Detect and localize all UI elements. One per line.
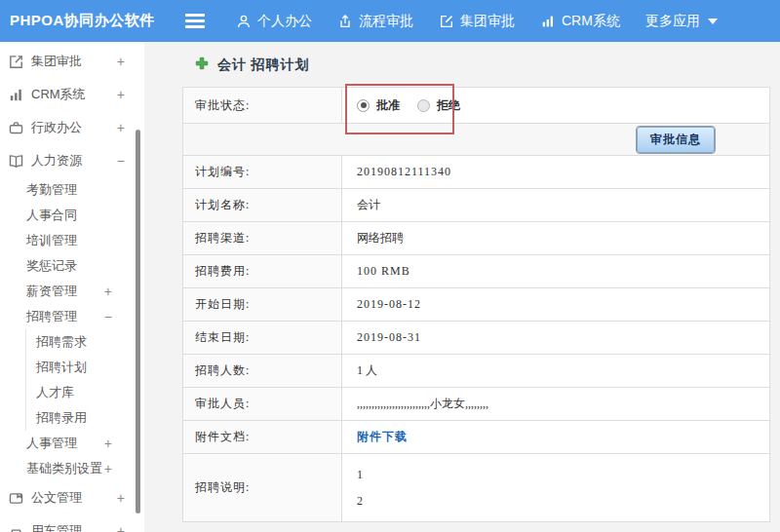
car-icon (8, 523, 24, 532)
row-value: 会计 (342, 189, 769, 221)
hamburger-menu-icon[interactable] (185, 14, 205, 28)
sidebar-item-group-approval[interactable]: 集团审批 + (0, 45, 144, 78)
sidebar-item-human-resources[interactable]: 人力资源 − (0, 144, 144, 177)
radio-approve[interactable]: 批准 (357, 97, 400, 114)
expand-plus-icon[interactable]: + (104, 461, 112, 476)
row-label: 招聘说明: (183, 454, 342, 521)
sidebar-item-attendance[interactable]: 考勤管理 (0, 177, 144, 203)
briefcase-icon (8, 120, 24, 136)
expand-plus-icon[interactable]: + (117, 120, 125, 135)
sidebar-label: 招聘需求 (36, 333, 87, 351)
recruit-submenu: 招聘需求 招聘计划 人才库 招聘录用 (25, 329, 144, 431)
flow-icon (337, 14, 353, 29)
row-value: 2019-08-12 (342, 288, 769, 321)
edit-icon (8, 54, 24, 70)
bar-chart-icon (8, 87, 24, 103)
sidebar-item-rewards[interactable]: 奖惩记录 (0, 253, 144, 279)
radio-button-icon[interactable] (417, 99, 430, 112)
sidebar-item-crm[interactable]: CRM系统 + (0, 78, 144, 111)
description-line: 2 (357, 494, 363, 509)
row-value: 20190812111340 (342, 156, 769, 188)
nav-group-approval[interactable]: 集团审批 (439, 13, 515, 30)
edit-icon (439, 14, 454, 29)
add-plus-icon[interactable] (195, 57, 209, 74)
collapse-minus-icon[interactable]: − (117, 153, 125, 169)
sidebar: 集团审批 + CRM系统 + 行政办公 + 人力资源 − 考勤管理 人事合同 培… (0, 42, 144, 532)
expand-plus-icon[interactable]: + (104, 284, 112, 299)
row-value: 2019-08-31 (342, 322, 769, 354)
detail-table: 审批状态: 批准 拒绝 审批信息 (182, 87, 770, 522)
sidebar-item-base-category[interactable]: 基础类别设置 + (0, 456, 144, 481)
sidebar-item-recruit-demand[interactable]: 招聘需求 (26, 329, 144, 355)
sidebar-item-recruit-hire[interactable]: 招聘录用 (26, 405, 144, 431)
radio-label: 批准 (376, 97, 400, 114)
sidebar-item-hr-contract[interactable]: 人事合同 (0, 203, 144, 228)
sidebar-item-personnel-mgmt[interactable]: 人事管理 + (0, 431, 144, 456)
table-row-approvers: 审批人员: ,,,,,,,,,,,,,,,,,,,,,,,,,小龙女,,,,,,… (183, 388, 769, 421)
sidebar-label: 用车管理 (31, 522, 82, 532)
sidebar-item-recruit-mgmt[interactable]: 招聘管理 − (0, 304, 144, 329)
radio-reject[interactable]: 拒绝 (417, 97, 460, 114)
caret-down-icon (708, 19, 718, 24)
sidebar-label: 基础类别设置 (26, 460, 102, 477)
sidebar-label: CRM系统 (31, 86, 86, 103)
row-label: 计划名称: (183, 189, 342, 221)
main-content: 会计 招聘计划 审批状态: 批准 拒绝 (144, 42, 780, 532)
sidebar-label: 招聘管理 (26, 308, 77, 325)
nav-label: 流程审批 (359, 13, 413, 30)
folder-icon (8, 490, 24, 507)
table-row-plan-number: 计划编号: 20190812111340 (183, 156, 769, 189)
sidebar-label: 行政办公 (31, 119, 82, 136)
expand-plus-icon[interactable]: + (117, 490, 125, 506)
collapse-minus-icon[interactable]: − (104, 309, 112, 324)
sidebar-label: 招聘计划 (36, 359, 87, 376)
row-label: 附件文档: (183, 421, 342, 453)
row-label: 审批人员: (183, 388, 342, 420)
row-label: 计划编号: (183, 156, 342, 188)
expand-plus-icon[interactable]: + (117, 523, 125, 532)
sidebar-item-admin-office[interactable]: 行政办公 + (0, 111, 144, 144)
approve-info-button[interactable]: 审批信息 (637, 127, 715, 153)
table-row-plan-name: 计划名称: 会计 (183, 189, 769, 222)
sidebar-label: 人事合同 (26, 207, 77, 224)
person-icon (236, 14, 252, 29)
attachment-download-link[interactable]: 附件下载 (357, 429, 408, 445)
table-row-attachment: 附件文档: 附件下载 (183, 421, 769, 454)
nav-workflow-approval[interactable]: 流程审批 (337, 13, 413, 30)
sidebar-label: 人事管理 (26, 435, 77, 452)
sidebar-item-documents[interactable]: 公文管理 + (0, 481, 144, 514)
row-label: 审批状态: (183, 88, 342, 123)
row-value: ,,,,,,,,,,,,,,,,,,,,,,,,,小龙女,,,,,,,, (342, 388, 769, 420)
table-row-approval-status: 审批状态: 批准 拒绝 (183, 88, 769, 124)
book-icon (8, 153, 24, 170)
table-row-recruit-cost: 招聘费用: 100 RMB (183, 255, 769, 288)
sidebar-item-recruit-plan[interactable]: 招聘计划 (26, 355, 144, 380)
table-row-recruit-channel: 招聘渠道: 网络招聘 (183, 222, 769, 255)
sidebar-item-vehicles[interactable]: 用车管理 + (0, 514, 144, 532)
row-label: 招聘渠道: (183, 222, 342, 254)
description-text: 1 2 (357, 459, 363, 517)
sidebar-scrollbar-thumb[interactable] (136, 130, 140, 513)
radio-button-icon[interactable] (357, 99, 370, 112)
expand-plus-icon[interactable]: + (104, 436, 112, 451)
row-value: 1 人 (342, 355, 769, 387)
row-label: 开始日期: (183, 288, 342, 321)
sidebar-label: 公文管理 (31, 489, 82, 507)
row-label: 招聘费用: (183, 255, 342, 287)
sidebar-label: 人力资源 (31, 152, 82, 170)
table-row-button: 审批信息 (183, 124, 769, 156)
sidebar-item-talent-pool[interactable]: 人才库 (26, 380, 144, 405)
approval-radio-group: 批准 拒绝 (357, 97, 460, 114)
sidebar-item-salary[interactable]: 薪资管理 + (0, 279, 144, 304)
table-row-headcount: 招聘人数: 1 人 (183, 355, 769, 388)
expand-plus-icon[interactable]: + (117, 87, 125, 102)
nav-crm-system[interactable]: CRM系统 (540, 13, 620, 30)
breadcrumb: 会计 招聘计划 (195, 55, 780, 76)
expand-plus-icon[interactable]: + (117, 54, 125, 69)
sidebar-item-training[interactable]: 培训管理 (0, 228, 144, 253)
nav-personal-office[interactable]: 个人办公 (236, 13, 312, 30)
sidebar-label: 培训管理 (26, 232, 77, 249)
sidebar-label: 集团审批 (31, 53, 82, 70)
sidebar-label: 招聘录用 (36, 409, 87, 427)
nav-more-apps[interactable]: 更多应用 (645, 13, 718, 30)
